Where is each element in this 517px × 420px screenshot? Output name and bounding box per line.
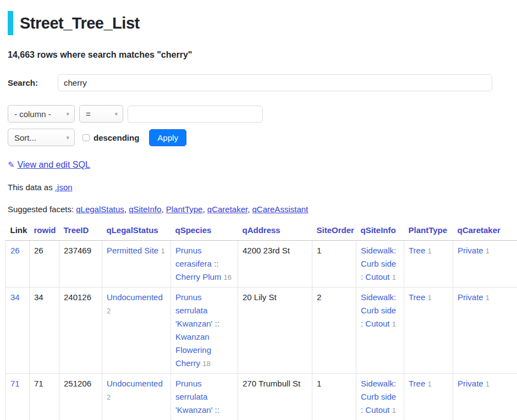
row-link[interactable]: 71 <box>10 379 20 388</box>
cell-siteorder: 2 <box>312 288 356 374</box>
sort-siteorder-link[interactable]: SiteOrder <box>317 225 354 235</box>
sort-qlegalstatus-link[interactable]: qLegalStatus <box>107 225 158 235</box>
facet-value-link[interactable]: Private <box>458 292 483 302</box>
cell-treeid: 237469 <box>59 241 102 288</box>
cell-planttype: Tree 1 <box>404 374 453 420</box>
data-as-line: This data as .json <box>8 183 509 192</box>
json-link[interactable]: .json <box>55 183 73 192</box>
facet-value-link[interactable]: Permitted Site <box>107 246 158 255</box>
row-link[interactable]: 26 <box>10 246 20 255</box>
cell-siteorder: 1 <box>312 374 356 420</box>
sort-select[interactable]: Sort... ▾ <box>8 129 75 146</box>
cell-qaddress: 4200 23rd St <box>238 241 312 288</box>
filter-row: - column - ▾ = ▾ <box>8 105 509 123</box>
descending-checkbox[interactable] <box>82 134 90 141</box>
facet-count: 18 <box>202 360 210 368</box>
facet-count: 1 <box>486 380 490 388</box>
facet-count: 1 <box>161 247 164 255</box>
facet-link-qcaretaker[interactable]: qCaretaker <box>207 205 248 214</box>
cell-qspecies: Prunus serrulata 'Kwanzan' :: Kwanzan Fl… <box>171 374 238 420</box>
chevron-down-icon: ▾ <box>66 110 69 118</box>
cell-qcaretaker: Private 1 <box>453 374 517 420</box>
cell-qcaretaker: Private 1 <box>453 288 517 374</box>
chevron-down-icon: ▾ <box>66 134 69 141</box>
title-bar: Street_Tree_List <box>8 11 509 35</box>
cell-qlegalstatus: Permitted Site 1 <box>102 241 171 288</box>
facet-link-planttype[interactable]: PlantType <box>166 205 203 214</box>
facet-value-link[interactable]: Private <box>458 379 483 388</box>
facet-value-link[interactable]: Tree <box>409 379 425 388</box>
suggested-facets-line: Suggested facets: qLegalStatusqSiteInfoP… <box>8 205 509 214</box>
view-edit-sql-link[interactable]: View and edit SQL <box>18 160 90 169</box>
filter-value-input[interactable] <box>128 106 263 123</box>
facet-link-qsiteinfo[interactable]: qSiteInfo <box>129 205 161 214</box>
cell-qlegalstatus: Undocumented 2 <box>102 288 171 374</box>
cell-qaddress: 270 Trumbull St <box>238 374 312 420</box>
facet-count: 1 <box>427 294 431 302</box>
search-input[interactable] <box>58 74 492 91</box>
cell-rowid: 26 <box>30 241 59 288</box>
column-header-treeid: TreeID <box>59 222 102 241</box>
cell-qlegalstatus: Undocumented 2 <box>102 374 171 420</box>
sort-planttype-link[interactable]: PlantType <box>409 225 448 235</box>
facet-value-link[interactable]: Tree <box>409 246 425 255</box>
facet-value-link[interactable]: Prunus serrulata 'Kwanzan' :: Kwanzan Fl… <box>175 292 219 368</box>
cell-qsiteinfo: Sidewalk: Curb side : Cutout 1 <box>356 374 404 420</box>
table-row: 71 71 251206 Undocumented 2 Prunus serru… <box>6 374 517 420</box>
sort-treeid-link[interactable]: TreeID <box>64 225 89 235</box>
column-select[interactable]: - column - ▾ <box>8 105 75 123</box>
column-header-qlegalstatus: qLegalStatus <box>102 222 171 241</box>
table-header-row: Link rowid TreeID qLegalStatus qSpecies … <box>6 222 517 241</box>
sort-qcaretaker-link[interactable]: qCaretaker <box>458 225 501 235</box>
column-header-planttype: PlantType <box>404 222 453 241</box>
column-header-qaddress: qAddress <box>238 222 312 241</box>
cell-planttype: Tree 1 <box>404 241 453 288</box>
facet-value-link[interactable]: Sidewalk: Curb side : Cutout <box>361 292 396 328</box>
facet-value-link[interactable]: Sidewalk: Curb side : Cutout <box>361 379 396 415</box>
page-title: Street_Tree_List <box>20 14 140 32</box>
sort-qaddress-link[interactable]: qAddress <box>243 225 280 235</box>
facet-count: 1 <box>392 273 396 281</box>
sort-qsiteinfo-link[interactable]: qSiteInfo <box>361 225 396 235</box>
sort-rowid-link[interactable]: rowid <box>34 225 56 235</box>
cell-qaddress: 20 Lily St <box>238 288 312 374</box>
cell-qspecies: Prunus serrulata 'Kwanzan' :: Kwanzan Fl… <box>171 288 238 374</box>
facet-link-qcareassistant[interactable]: qCareAssistant <box>252 205 309 214</box>
facets-prefix: Suggested facets: <box>8 205 76 214</box>
facet-value-link[interactable]: Tree <box>409 292 425 302</box>
descending-label: descending <box>94 133 139 142</box>
table-row: 34 34 240126 Undocumented 2 Prunus serru… <box>6 288 517 374</box>
sort-select-value: Sort... <box>14 133 36 142</box>
facet-value-link[interactable]: Prunus cerasifera :: Cherry Plum <box>175 246 221 281</box>
cell-qcaretaker: Private 1 <box>453 241 517 288</box>
facet-value-link[interactable]: Sidewalk: Curb side : Cutout <box>361 246 396 281</box>
facet-count: 2 <box>107 307 111 315</box>
cell-rowid: 34 <box>30 288 59 374</box>
row-count-text: 14,663 rows where search matches "cherry… <box>8 50 509 60</box>
column-header-rowid: rowid <box>30 222 59 241</box>
sort-row: Sort... ▾ descending Apply <box>8 129 509 146</box>
sort-qspecies-link[interactable]: qSpecies <box>175 225 212 235</box>
facet-link-qlegalstatus[interactable]: qLegalStatus <box>76 205 124 214</box>
column-header-link: Link <box>6 222 30 241</box>
facet-value-link[interactable]: Undocumented <box>107 379 163 388</box>
facet-count: 1 <box>486 294 490 302</box>
operator-select-value: = <box>86 109 91 119</box>
results-table: Link rowid TreeID qLegalStatus qSpecies … <box>6 222 517 420</box>
cell-qsiteinfo: Sidewalk: Curb side : Cutout 1 <box>356 241 404 288</box>
facet-value-link[interactable]: Private <box>458 246 483 255</box>
facet-count: 1 <box>392 320 396 328</box>
cell-treeid: 251206 <box>59 374 102 420</box>
cell-link: 34 <box>6 288 30 374</box>
facet-count: 2 <box>107 393 111 401</box>
cell-treeid: 240126 <box>59 288 102 374</box>
chevron-down-icon: ▾ <box>114 110 118 118</box>
row-link[interactable]: 34 <box>10 292 20 302</box>
apply-button[interactable]: Apply <box>149 129 186 146</box>
facet-value-link[interactable]: Undocumented <box>107 292 163 302</box>
pencil-icon: ✎ <box>8 160 15 169</box>
operator-select[interactable]: = ▾ <box>79 105 123 123</box>
page: Street_Tree_List 14,663 rows where searc… <box>0 0 517 420</box>
facet-count: 1 <box>427 380 431 388</box>
facet-value-link[interactable]: Prunus serrulata 'Kwanzan' :: Kwanzan Fl… <box>175 379 219 420</box>
